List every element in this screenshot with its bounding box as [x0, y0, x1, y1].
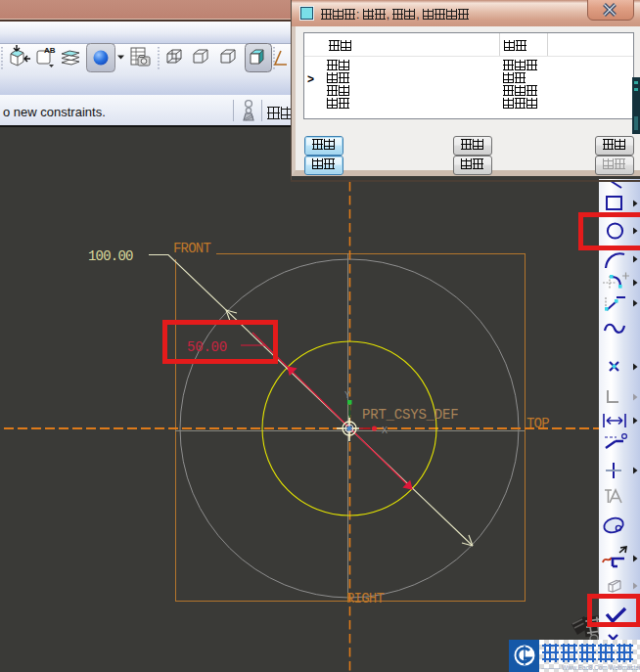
svg-text:TOP: TOP: [526, 416, 549, 431]
svg-text:FRONT: FRONT: [173, 241, 210, 256]
svg-text:100.00: 100.00: [88, 248, 133, 264]
svg-text:X: X: [382, 426, 388, 436]
svg-text:RIGHT: RIGHT: [346, 591, 384, 606]
svg-text:PRT_CSYS_DEF: PRT_CSYS_DEF: [362, 407, 458, 423]
svg-text:Y: Y: [344, 390, 350, 401]
